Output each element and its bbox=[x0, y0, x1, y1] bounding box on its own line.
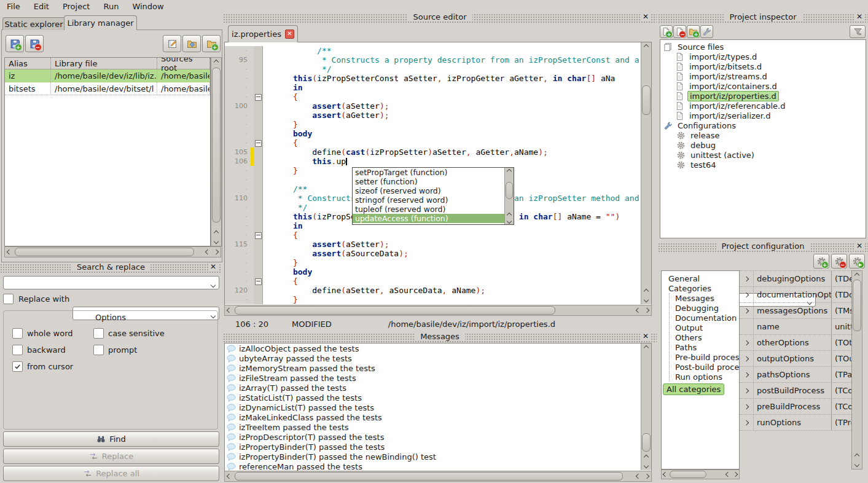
editor-line[interactable]: 120 define(aSetter, aSourceData, aName); bbox=[225, 286, 641, 295]
menu-item-window[interactable]: Window bbox=[125, 1, 170, 12]
completion-item[interactable]: tupleof (reserved word) bbox=[353, 205, 504, 214]
option-case-sensitive[interactable]: case sensitive bbox=[93, 328, 165, 339]
completion-item[interactable]: setter (function) bbox=[353, 177, 504, 186]
scroll-left-icon[interactable] bbox=[203, 248, 212, 256]
scroll-up-icon[interactable] bbox=[212, 229, 221, 237]
scroll-right-icon[interactable] bbox=[643, 472, 651, 481]
message-item[interactable]: izPropDescriptor(T) passed the tests bbox=[225, 432, 651, 442]
project-inspector-tree[interactable]: Source filesimport/iz/types.dimport/iz/b… bbox=[660, 39, 866, 238]
scroll-down-icon[interactable] bbox=[642, 296, 651, 304]
option-row[interactable]: preBuildProcess(TCom bbox=[740, 399, 851, 415]
chevron-down-icon[interactable] bbox=[211, 283, 216, 288]
message-item[interactable]: izTreeItem passed the tests bbox=[225, 422, 651, 432]
tree-item-source-file[interactable]: import/iz/types.d bbox=[660, 52, 866, 61]
category-item-documentation[interactable]: Documentation bbox=[669, 313, 739, 323]
message-item[interactable]: izFileStream passed the tests bbox=[225, 373, 651, 383]
category-item-debugging[interactable]: Debugging bbox=[669, 303, 739, 313]
editor-line[interactable]: · } bbox=[225, 120, 641, 129]
remove-configuration-button[interactable]: − bbox=[831, 254, 847, 269]
clone-configuration-button[interactable]: ▶ bbox=[849, 254, 865, 269]
category-item-others[interactable]: Others bbox=[669, 332, 739, 342]
message-item[interactable]: ubyteArray passed the tests bbox=[225, 353, 651, 363]
editor-line[interactable]: 105 define(cast(izPropSetter)aSetter, aG… bbox=[225, 147, 641, 157]
message-item[interactable]: izArray(T) passed the tests bbox=[225, 383, 651, 393]
scroll-left-icon[interactable] bbox=[225, 472, 233, 481]
library-vertical-scrollbar[interactable] bbox=[211, 57, 222, 246]
checkbox-checked[interactable] bbox=[12, 361, 23, 372]
editor-line[interactable]: · assert(aGetter); bbox=[225, 111, 641, 120]
editor-line[interactable]: · body bbox=[225, 129, 641, 138]
scroll-right-icon[interactable] bbox=[212, 248, 221, 256]
library-horizontal-scrollbar[interactable] bbox=[4, 246, 221, 257]
category-item-paths[interactable]: Paths bbox=[669, 342, 739, 352]
expand-icon[interactable] bbox=[744, 404, 749, 409]
replace-with-checkbox[interactable] bbox=[3, 294, 14, 304]
option-row[interactable]: outputOptions(TOutp bbox=[740, 351, 851, 367]
option-row[interactable]: runOptions(TProje bbox=[740, 415, 851, 431]
editor-line[interactable]: · this(izPropSetterConst aSetter, izProp… bbox=[225, 74, 641, 83]
editor-vertical-scrollbar[interactable] bbox=[641, 42, 651, 304]
expander-cell[interactable] bbox=[740, 335, 754, 350]
tree-item-source-file[interactable]: import/iz/properties.d bbox=[660, 91, 866, 101]
scroll-up-icon[interactable] bbox=[642, 453, 651, 461]
close-icon[interactable]: ✕ bbox=[641, 12, 651, 21]
expand-icon[interactable] bbox=[744, 308, 749, 313]
expander-cell[interactable] bbox=[740, 287, 754, 302]
option-backward[interactable]: backward bbox=[12, 345, 66, 355]
close-tab-icon[interactable]: ✕ bbox=[285, 29, 294, 39]
message-item[interactable]: izAllocObject passed the tests bbox=[225, 344, 651, 353]
option-row[interactable]: postBuildProcess(TCom bbox=[740, 383, 851, 399]
checkbox-unchecked[interactable] bbox=[93, 345, 104, 355]
tree-item-source-file[interactable]: import/iz/serializer.d bbox=[660, 111, 866, 120]
expander-cell[interactable] bbox=[740, 367, 754, 382]
scroll-left-icon[interactable] bbox=[634, 306, 643, 315]
scroll-left-icon[interactable] bbox=[5, 248, 14, 256]
add-configuration-button[interactable]: + bbox=[813, 254, 829, 269]
option-whole-word[interactable]: whole word bbox=[12, 328, 73, 339]
option-from-cursor[interactable]: from cursor bbox=[12, 361, 73, 372]
menu-item-edit[interactable]: Edit bbox=[27, 1, 56, 12]
table-row[interactable]: bitsets/home/basile/dev/bitset/l/home/ba… bbox=[5, 82, 210, 95]
expander-cell[interactable] bbox=[740, 303, 754, 318]
expand-icon[interactable] bbox=[744, 388, 749, 393]
scroll-up-icon[interactable] bbox=[506, 212, 513, 218]
category-item-run-options[interactable]: Run options bbox=[669, 372, 739, 382]
option-row[interactable]: otherOptions(TOthe bbox=[740, 335, 851, 351]
column-header[interactable]: Alias bbox=[5, 58, 51, 69]
add-library-button[interactable]: + bbox=[6, 35, 24, 52]
expand-icon[interactable] bbox=[744, 420, 749, 425]
category-general[interactable]: General bbox=[662, 273, 739, 283]
editor-line[interactable]: · */ bbox=[225, 65, 641, 74]
category-item-output[interactable]: Output bbox=[669, 323, 739, 332]
tree-item-configuration[interactable]: unittest (active) bbox=[660, 150, 866, 160]
message-item[interactable]: izDynamicList(T) passed the tests bbox=[225, 402, 651, 412]
scroll-down-icon[interactable] bbox=[212, 237, 221, 246]
configuration-options-table[interactable]: debugingOptions(TDebudocumentationOpti(T… bbox=[740, 270, 851, 469]
completion-item[interactable]: sizeof (reserved word) bbox=[353, 186, 504, 195]
scroll-down-icon[interactable] bbox=[853, 460, 861, 469]
expand-icon[interactable] bbox=[744, 372, 749, 377]
fold-collapse-icon[interactable] bbox=[255, 140, 262, 147]
editor-line[interactable]: · assert(aSourceData); bbox=[225, 249, 641, 258]
tab-static-explorer[interactable]: Static explorer bbox=[2, 17, 65, 30]
tree-item-source-file[interactable]: import/iz/bitsets.d bbox=[660, 61, 866, 71]
tree-root-source-files[interactable]: Source files bbox=[660, 42, 866, 52]
message-item[interactable]: izMemoryStream passed the tests bbox=[225, 363, 651, 373]
message-item[interactable]: izPropertyBinder(T) passed the tests bbox=[225, 442, 651, 452]
editor-tab-iz-properties[interactable]: iz.properties ✕ bbox=[228, 25, 298, 42]
close-icon[interactable]: ✕ bbox=[208, 262, 218, 271]
search-input[interactable] bbox=[3, 276, 219, 289]
messages-vertical-scrollbar[interactable] bbox=[641, 344, 651, 470]
tree-root-configurations[interactable]: Configurations bbox=[660, 120, 866, 130]
tab-library-manager[interactable]: Library manager bbox=[64, 15, 137, 30]
scroll-left-icon[interactable] bbox=[724, 471, 732, 478]
option-row[interactable]: debugingOptions(TDebu bbox=[740, 271, 851, 287]
editor-line[interactable]: · { bbox=[225, 230, 641, 240]
fold-collapse-icon[interactable] bbox=[255, 94, 262, 101]
scroll-up-icon[interactable] bbox=[642, 287, 651, 296]
menu-item-project[interactable]: Project bbox=[56, 1, 96, 12]
expand-icon[interactable] bbox=[744, 340, 749, 345]
editor-line[interactable]: · in bbox=[225, 83, 641, 92]
option-row[interactable]: documentationOpti(TDocO bbox=[740, 287, 851, 303]
checkbox-unchecked[interactable] bbox=[12, 328, 23, 339]
